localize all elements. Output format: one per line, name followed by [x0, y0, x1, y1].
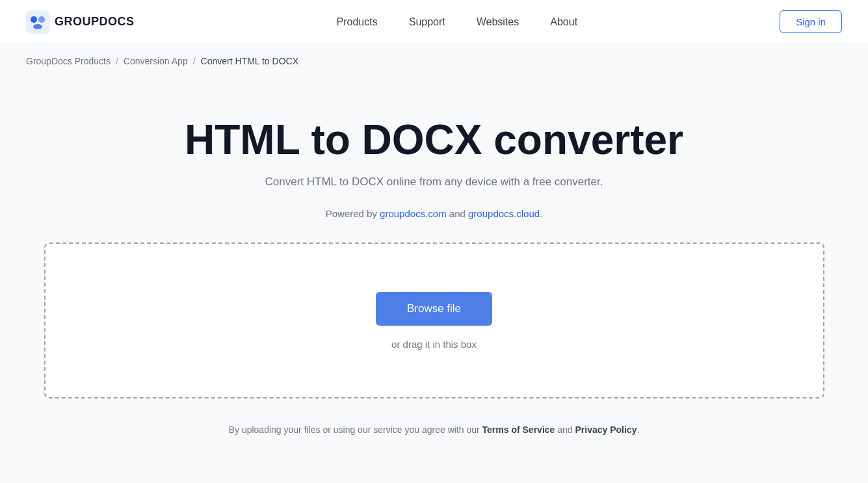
- signin-button[interactable]: Sign in: [780, 10, 842, 33]
- breadcrumb-groupdocs-products[interactable]: GroupDocs Products: [26, 56, 111, 66]
- svg-point-3: [33, 24, 42, 29]
- svg-rect-0: [26, 10, 49, 34]
- breadcrumb-separator-2: /: [193, 56, 196, 66]
- navbar: GROUPDOCS Products Support Websites Abou…: [0, 0, 868, 44]
- terms-of-service-link[interactable]: Terms of Service: [482, 424, 555, 435]
- footer-text-suffix: .: [637, 424, 639, 435]
- svg-point-2: [38, 16, 45, 23]
- navbar-links: Products Support Websites About: [337, 11, 578, 33]
- page-title: HTML to DOCX converter: [185, 117, 683, 163]
- breadcrumb: GroupDocs Products / Conversion App / Co…: [0, 44, 868, 78]
- navbar-brand: GROUPDOCS: [26, 10, 135, 34]
- footer-legal-text: By uploading your files or using our ser…: [229, 424, 640, 435]
- navbar-actions: Sign in: [780, 10, 842, 33]
- nav-support[interactable]: Support: [409, 11, 445, 33]
- main-content: HTML to DOCX converter Convert HTML to D…: [0, 78, 868, 461]
- footer-and: and: [555, 424, 575, 435]
- groupdocs-logo-icon: [26, 10, 49, 34]
- nav-websites[interactable]: Websites: [477, 11, 519, 33]
- nav-about[interactable]: About: [550, 11, 577, 33]
- svg-point-1: [31, 16, 37, 23]
- powered-by-and: and: [447, 208, 468, 219]
- footer-text-prefix: By uploading your files or using our ser…: [229, 424, 482, 435]
- breadcrumb-current: Convert HTML to DOCX: [201, 56, 298, 66]
- breadcrumb-conversion-app[interactable]: Conversion App: [124, 56, 188, 66]
- powered-by-link2[interactable]: groupdocs.cloud: [468, 208, 540, 219]
- breadcrumb-separator-1: /: [116, 56, 118, 66]
- nav-products[interactable]: Products: [337, 11, 378, 33]
- upload-dropzone[interactable]: Browse file or drag it in this box: [44, 242, 824, 398]
- powered-by-text: Powered by groupdocs.com and groupdocs.c…: [326, 208, 543, 219]
- brand-logo-text: GROUPDOCS: [55, 15, 135, 29]
- page-subtitle: Convert HTML to DOCX online from any dev…: [265, 176, 603, 189]
- privacy-policy-link[interactable]: Privacy Policy: [575, 424, 637, 435]
- powered-by-suffix: .: [540, 208, 542, 219]
- drag-drop-text: or drag it in this box: [391, 339, 477, 350]
- browse-file-button[interactable]: Browse file: [376, 292, 492, 326]
- powered-by-prefix: Powered by: [326, 208, 380, 219]
- powered-by-link1[interactable]: groupdocs.com: [380, 208, 447, 219]
